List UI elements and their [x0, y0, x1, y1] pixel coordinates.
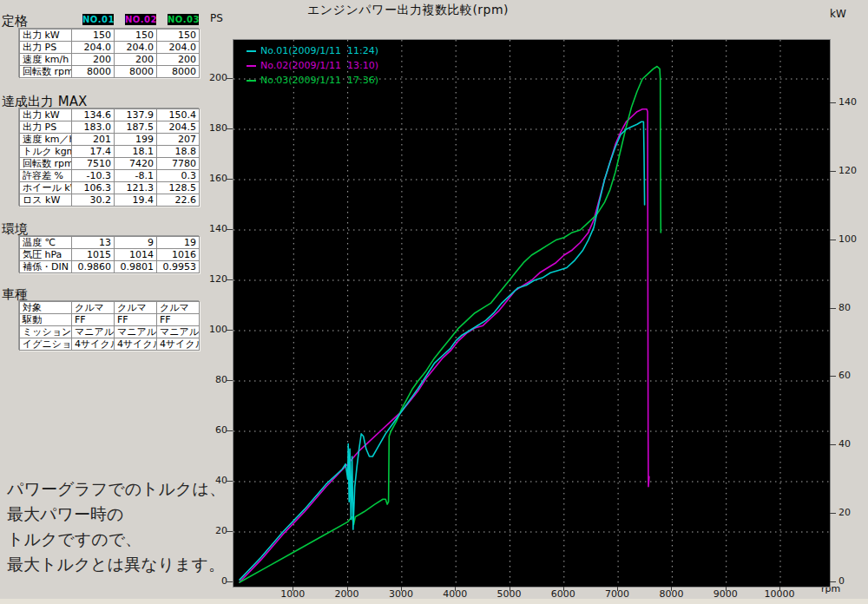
table-cell: 150 [115, 30, 157, 42]
note-line: パワーグラフでのトルクは、 [7, 476, 226, 502]
axis-tickmark [510, 587, 510, 591]
series-badge: NO.03 [168, 14, 199, 25]
axis-tickmark [563, 587, 564, 591]
table-cell: 0.9953 [157, 261, 200, 273]
table-cell: 201 [72, 134, 115, 146]
max-output-table: 出力 kW134.6137.9150.4出力 PS183.0187.5204.5… [19, 108, 200, 207]
y-axis-tick-label: 160 [198, 173, 227, 184]
legend-swatch-icon [247, 50, 256, 52]
table-cell: 0.9860 [72, 261, 115, 273]
table-row-label: ホイール kW [20, 182, 72, 194]
table-cell: 4サイクル [157, 338, 200, 351]
data-table: 対象クルマクルマクルマ駆動FFFFFFミッションマニアルマニアルマニアルイグニシ… [19, 301, 200, 351]
axis-tickmark [830, 171, 836, 172]
axis-tickmark [830, 376, 836, 377]
y-axis-tick-label: 0 [198, 575, 227, 587]
axis-tickmark [779, 587, 780, 591]
table-cell: 200 [157, 54, 200, 66]
table-cell: 9 [115, 237, 157, 249]
table-row: 出力 kW134.6137.9150.4 [20, 109, 200, 121]
series-badges: NO.01NO.02NO.03 [82, 14, 200, 25]
axis-tickmark [227, 78, 233, 79]
table-cell: 7510 [72, 158, 115, 170]
y-axis-tick-label: 180 [198, 122, 227, 134]
table-row-label: イグニション [20, 338, 72, 351]
y-axis-tick-label: 100 [198, 324, 227, 335]
table-cell: 4サイクル [115, 338, 157, 351]
table-cell: クルマ [115, 302, 157, 314]
table-row-label: ミッション [20, 326, 72, 338]
table-cell: 19.4 [115, 194, 157, 207]
table-cell: 8000 [115, 66, 157, 78]
rating-table: 出力 kW150150150出力 PS204.0204.0204.0速度 km/… [19, 29, 200, 78]
legend-swatch-icon [247, 80, 256, 82]
series-badge: NO.02 [125, 14, 156, 25]
axis-tickmark [227, 279, 233, 280]
y-axis-tick-label: 60 [198, 424, 227, 436]
table-row-label: 速度 km／h [20, 134, 72, 146]
table-cell: 22.6 [157, 194, 200, 207]
axis-tickmark [227, 128, 233, 129]
table-cell: 7420 [115, 158, 157, 170]
axis-tickmark [293, 587, 293, 591]
table-row-label: 温度 ℃ [20, 237, 72, 249]
table-row-label: 気圧 hPa [20, 249, 72, 261]
table-cell: 30.2 [72, 194, 115, 207]
y-axis-tick-label: 200 [198, 72, 227, 83]
axis-tickmark [726, 587, 727, 591]
plot-svg [233, 40, 830, 587]
axis-tickmark [830, 513, 836, 514]
table-cell: 1014 [115, 249, 157, 261]
table-row: 出力 kW150150150 [20, 30, 200, 42]
table-cell: 121.3 [115, 182, 157, 194]
table-cell: 19 [157, 237, 200, 249]
environment-table: 温度 ℃13919気圧 hPa101510141016補係・DIN0.98600… [19, 236, 200, 273]
axis-tickmark [227, 229, 233, 230]
table-cell: 106.3 [72, 182, 115, 194]
axis-tickmark [830, 308, 836, 309]
table-cell: 204.0 [115, 42, 157, 54]
table-cell: 134.6 [72, 109, 115, 121]
legend-label: No.02(2009/1/11 13:10) [260, 60, 378, 71]
axis-tickmark [617, 587, 618, 591]
table-cell: -10.3 [72, 170, 115, 182]
series-line-no03 [240, 67, 661, 583]
axis-tickmark [227, 430, 233, 431]
axis-tickmark [227, 380, 233, 381]
table-row: 気圧 hPa101510141016 [20, 249, 200, 261]
table-row: ロス kW30.219.422.6 [20, 194, 200, 207]
table-cell: -8.1 [115, 170, 157, 182]
y-axis-tick-label: 40 [198, 475, 227, 486]
table-cell: 150 [72, 30, 115, 42]
table-row: トルク kgm17.418.118.8 [20, 146, 200, 158]
table-cell: 8000 [157, 66, 200, 78]
series-badge: NO.01 [82, 14, 114, 25]
legend-item: No.02(2009/1/11 13:10) [247, 58, 378, 73]
table-cell: クルマ [157, 302, 200, 314]
table-cell: 0.3 [157, 170, 200, 182]
table-row: 駆動FFFFFF [20, 314, 200, 326]
table-cell: 150.4 [157, 109, 200, 121]
legend-item: No.03(2009/1/11 17:36) [247, 73, 378, 88]
section-label-rating: 定格 [2, 13, 28, 30]
series-line-no01 [240, 121, 645, 580]
axis-tickmark [227, 179, 233, 180]
legend-swatch-icon [247, 65, 256, 67]
table-cell: 4サイクル [72, 338, 115, 351]
axis-tickmark [227, 531, 233, 532]
table-cell: FF [72, 314, 115, 326]
table-row: ホイール kW106.3121.3128.5 [20, 182, 200, 194]
note-line: 最大トルクとは異なります。 [7, 552, 226, 577]
axis-tickmark [227, 330, 233, 331]
table-cell: 17.4 [72, 146, 115, 158]
table-cell: マニアル [157, 326, 200, 338]
note-line: トルクですので、 [7, 527, 226, 552]
left-axis-unit-label: PS [210, 12, 223, 24]
right-axis-tick-label: 40 [838, 438, 851, 450]
table-cell: 0.9801 [115, 261, 157, 273]
table-cell: FF [115, 314, 157, 326]
table-cell: 187.5 [115, 121, 157, 134]
table-row: 速度 km/h200200200 [20, 54, 200, 66]
note-text: パワーグラフでのトルクは、最大パワー時のトルクですので、最大トルクとは異なります… [7, 476, 226, 577]
table-cell: 207 [157, 134, 200, 146]
